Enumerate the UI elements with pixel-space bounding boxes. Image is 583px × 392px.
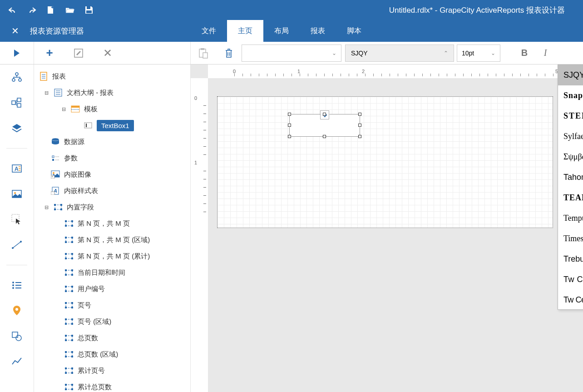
report-page[interactable]: ✥ (217, 96, 553, 228)
tree-builtin-item[interactable]: 页号 (区域) (34, 313, 190, 330)
map-tool-icon[interactable] (10, 304, 23, 317)
tree-builtin-item[interactable]: 第 N 页，共 M 页 (累计) (34, 248, 190, 264)
add-icon[interactable]: + (44, 48, 55, 59)
svg-rect-72 (71, 253, 73, 255)
delete-x-icon[interactable]: ✕ (102, 48, 113, 59)
resize-handle[interactable] (288, 135, 291, 138)
tree-datasource[interactable]: 数据源 (34, 134, 190, 150)
resize-handle[interactable] (323, 113, 326, 116)
tree-builtin-item[interactable]: 总页数 (区域) (34, 346, 190, 362)
image-tool-icon[interactable] (10, 188, 23, 200)
svg-rect-107 (71, 367, 73, 369)
tree-textbox1[interactable]: TextBox1 (34, 117, 190, 134)
resize-handle[interactable] (288, 124, 291, 127)
tree-builtin-item[interactable]: 当前日期和时间 (34, 264, 190, 281)
svg-rect-59 (60, 208, 62, 210)
tree-root[interactable]: 报表 (34, 68, 190, 84)
paste-icon[interactable] (191, 42, 216, 64)
undo-icon[interactable] (8, 5, 17, 15)
tree-builtin-item[interactable]: 用户编号 (34, 281, 190, 297)
new-file-icon[interactable] (46, 5, 55, 15)
resize-handle[interactable] (288, 113, 291, 116)
chart-tool-icon[interactable] (10, 355, 23, 368)
font-size-dropdown[interactable]: 10pt ⌄ (457, 45, 500, 62)
svg-point-22 (12, 284, 14, 286)
resize-handle[interactable] (358, 124, 361, 127)
preview-icon[interactable] (13, 49, 20, 57)
svg-rect-1 (87, 6, 90, 9)
svg-rect-97 (71, 335, 73, 337)
line-tool-icon[interactable] (10, 238, 23, 251)
resize-handle[interactable] (323, 135, 326, 138)
svg-rect-45 (52, 156, 54, 158)
font-option[interactable]: Times New Roman (558, 228, 583, 249)
font-option[interactable]: Sylfaen (558, 126, 583, 147)
svg-rect-93 (65, 323, 67, 325)
svg-rect-65 (66, 238, 72, 242)
svg-rect-41 (84, 123, 92, 128)
open-folder-icon[interactable] (65, 5, 74, 15)
chevron-down-icon: ⌄ (491, 50, 495, 56)
group-icon[interactable] (10, 96, 23, 109)
tab-script[interactable]: 脚本 (336, 20, 372, 42)
svg-rect-83 (65, 290, 67, 292)
svg-rect-105 (66, 368, 72, 373)
tree-builtin[interactable]: ⊟ 内置字段 (34, 199, 190, 215)
trash-icon[interactable] (216, 42, 242, 64)
font-option[interactable]: SJQY (558, 65, 583, 85)
tab-home[interactable]: 主页 (227, 20, 263, 42)
resize-handle[interactable] (358, 113, 361, 116)
title-bar: Untitled.rdlx* - GrapeCity ActiveReports… (0, 0, 583, 20)
style-dropdown[interactable]: ⌄ (242, 45, 341, 62)
svg-rect-76 (65, 269, 67, 271)
svg-rect-71 (65, 253, 67, 255)
tree-builtin-item[interactable]: 页号 (34, 297, 190, 313)
font-option[interactable]: Trebuchet MS (558, 249, 583, 269)
hierarchy-icon[interactable] (10, 71, 23, 84)
shape-tool-icon[interactable] (10, 330, 23, 342)
tree-styles[interactable]: A 内嵌样式表 (34, 183, 190, 199)
svg-point-21 (12, 282, 14, 283)
horizontal-ruler: 0 1 2 5 (208, 65, 583, 78)
font-option[interactable]: Snap ITC (558, 85, 583, 106)
resize-handle[interactable] (358, 135, 361, 138)
bold-button[interactable]: B (514, 48, 535, 58)
tree-builtin-item[interactable]: 总页数 (34, 330, 190, 346)
svg-rect-85 (66, 303, 72, 308)
list-tool-icon[interactable] (10, 279, 23, 292)
design-canvas[interactable]: 0 1 2 5 0 1 ✥ (191, 65, 583, 392)
close-panel-icon[interactable]: ✕ (8, 25, 22, 36)
tree-template[interactable]: ⊟ 模板 (34, 101, 190, 117)
tree-outline[interactable]: ⊟ 文档大纲 - 报表 (34, 84, 190, 101)
redo-icon[interactable] (27, 5, 36, 15)
font-option[interactable]: STENCIL (558, 106, 583, 126)
save-icon[interactable] (84, 5, 94, 15)
font-option[interactable]: Tw Cen MT Condensed (558, 290, 583, 310)
tree-builtin-item[interactable]: 第 N 页，共 M 页 (区域) (34, 232, 190, 248)
font-option[interactable]: Tw Cen MT (558, 269, 583, 290)
tree-images[interactable]: 内嵌图像 (34, 166, 190, 183)
tree-builtin-item[interactable]: 累计页号 (34, 362, 190, 379)
tree-params[interactable]: 参数 (34, 150, 190, 166)
tab-layout[interactable]: 布局 (263, 20, 300, 42)
svg-point-19 (12, 247, 14, 249)
font-option[interactable]: Tempus Sans ITC (558, 208, 583, 228)
font-option[interactable]: Tahoma (558, 167, 583, 188)
font-family-dropdown[interactable]: SJQY ⌃ (345, 45, 454, 62)
tab-file[interactable]: 文件 (191, 20, 227, 42)
svg-rect-88 (65, 307, 67, 308)
svg-rect-108 (65, 372, 67, 374)
textbox-tool-icon[interactable]: A (10, 162, 23, 175)
svg-point-29 (16, 335, 21, 341)
italic-button[interactable]: I (535, 48, 556, 58)
font-option[interactable]: Σψμβολ (558, 147, 583, 167)
tree-builtin-item[interactable]: 累计总页数 (34, 379, 190, 392)
edit-icon[interactable] (73, 48, 84, 59)
svg-rect-96 (65, 335, 67, 337)
tree-builtin-item[interactable]: 第 N 页，共 M 页 (34, 215, 190, 232)
font-option[interactable]: TEAM VIEWER (558, 188, 583, 208)
layers-icon[interactable] (10, 122, 23, 134)
pointer-tool-icon[interactable] (10, 213, 23, 226)
selected-textbox[interactable]: ✥ (289, 114, 360, 137)
tab-report[interactable]: 报表 (300, 20, 336, 42)
